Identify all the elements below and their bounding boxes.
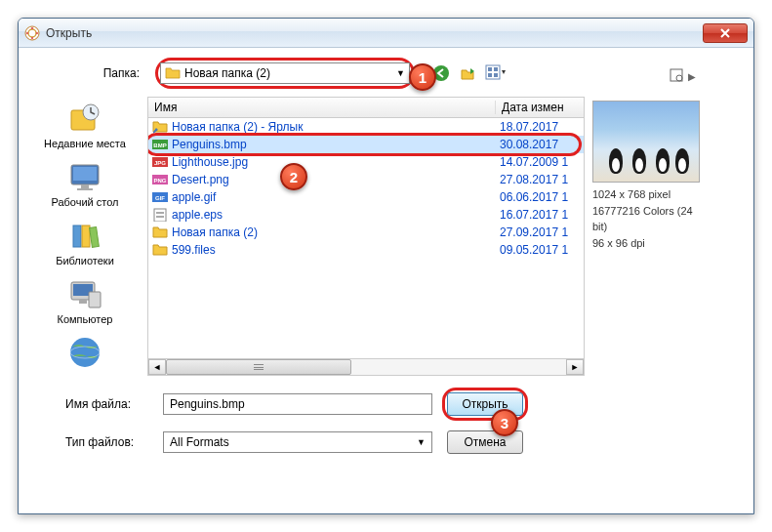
sidebar-desktop[interactable]: Рабочий стол (30, 155, 140, 212)
svg-rect-8 (488, 67, 492, 71)
svg-rect-36 (156, 212, 164, 214)
view-menu-icon[interactable] (485, 62, 507, 84)
filename-label: Имя файла: (65, 397, 153, 411)
preview-image (592, 101, 700, 183)
sidebar-network[interactable] (30, 331, 140, 376)
file-row[interactable]: 599.files 09.05.2017 1 (148, 241, 584, 259)
file-list: Имя Дата измен Новая папка (2) - Ярлык 1… (147, 97, 585, 376)
filetype-select[interactable]: All Formats ▼ (163, 431, 432, 453)
file-row[interactable]: JPGLighthouse.jpg 14.07.2009 1 (148, 153, 584, 171)
folder-combo-text: Новая папка (2) (184, 66, 396, 80)
svg-text:JPG: JPG (154, 160, 166, 166)
file-row[interactable]: apple.eps 16.07.2017 1 (148, 206, 584, 224)
scroll-left-icon[interactable]: ◄ (148, 359, 166, 375)
list-header: Имя Дата измен (147, 97, 585, 118)
svg-text:GIF: GIF (155, 195, 165, 201)
svg-rect-9 (494, 67, 498, 71)
svg-rect-11 (494, 73, 498, 77)
sidebar-recent[interactable]: Недавние места (30, 97, 140, 153)
file-row-selected[interactable]: BMPPenguins.bmp 30.08.2017 (148, 136, 584, 153)
callout-badge-1: 1 (409, 63, 436, 91)
places-sidebar: Недавние места Рабочий стол Библиотеки К… (30, 97, 140, 376)
svg-rect-17 (77, 188, 93, 190)
folder-icon (152, 243, 168, 257)
folder-combo-highlight: Новая папка (2) ▼ (155, 58, 415, 89)
preview-next-icon[interactable]: ▶ (688, 71, 696, 82)
svg-text:PNG: PNG (153, 178, 166, 184)
svg-point-4 (31, 37, 33, 39)
cancel-button[interactable]: Отмена (447, 430, 523, 454)
folder-icon (165, 66, 181, 80)
svg-point-2 (31, 27, 33, 29)
svg-rect-24 (89, 292, 101, 307)
scroll-right-icon[interactable]: ► (566, 359, 584, 375)
horizontal-scrollbar[interactable]: ◄ ► (147, 358, 585, 376)
svg-rect-18 (73, 225, 81, 247)
svg-rect-35 (154, 209, 166, 222)
file-row[interactable]: PNGDesert.png 27.08.2017 1 (148, 171, 584, 188)
preview-pane: ▶ 1024 x 768 pixel 16777216 Colors (24 b… (592, 97, 700, 376)
gif-icon: GIF (152, 190, 168, 204)
shortcut-icon (152, 120, 168, 134)
svg-point-3 (36, 32, 38, 34)
file-row[interactable]: Новая папка (2) 27.09.2017 1 (148, 224, 584, 241)
svg-rect-19 (82, 225, 90, 247)
sidebar-libraries-label: Библиотеки (56, 255, 114, 266)
network-icon (67, 335, 102, 370)
chevron-down-icon: ▼ (396, 68, 405, 78)
svg-rect-10 (488, 73, 492, 77)
sidebar-computer[interactable]: Компьютер (30, 272, 140, 329)
scroll-thumb[interactable] (166, 359, 351, 375)
col-date-header[interactable]: Дата измен (496, 101, 584, 114)
bottom-form: Имя файла: Открыть Тип файлов: All Forma… (30, 388, 742, 456)
file-row[interactable]: Новая папка (2) - Ярлык 18.07.2017 (148, 118, 584, 136)
png-icon: PNG (152, 173, 168, 186)
svg-rect-16 (81, 184, 89, 188)
file-row[interactable]: GIFapple.gif 06.06.2017 1 (148, 188, 584, 206)
svg-rect-20 (90, 227, 100, 248)
filetype-label: Тип файлов: (65, 435, 153, 449)
scroll-track[interactable] (166, 359, 566, 375)
col-name-header[interactable]: Имя (148, 101, 496, 114)
dialog-content: Папка: Новая папка (2) ▼ (19, 48, 753, 513)
close-button[interactable] (703, 23, 748, 43)
filetype-value: All Formats (170, 435, 229, 449)
callout-badge-2: 2 (280, 163, 307, 190)
recent-places-icon (67, 101, 102, 136)
bmp-icon: BMP (152, 138, 168, 151)
filetype-row: Тип файлов: All Formats ▼ Отмена (30, 429, 742, 456)
jpg-icon: JPG (152, 155, 168, 169)
computer-icon (67, 276, 102, 311)
up-icon[interactable] (458, 62, 479, 84)
folder-icon (152, 225, 168, 239)
titlebar: Открыть (19, 19, 753, 48)
preview-toggle-icon[interactable] (669, 67, 684, 86)
folder-label: Папка: (30, 66, 147, 80)
filename-input[interactable] (163, 393, 432, 415)
svg-text:BMP: BMP (153, 143, 166, 148)
nav-toolbar (430, 62, 507, 84)
svg-rect-23 (79, 300, 87, 304)
open-dialog: Открыть Папка: Новая папка (2) ▼ (18, 18, 754, 514)
svg-point-39 (676, 75, 682, 81)
list-body[interactable]: Новая папка (2) - Ярлык 18.07.2017 BMPPe… (147, 118, 585, 358)
folder-combo[interactable]: Новая папка (2) ▼ (160, 62, 410, 84)
sidebar-libraries[interactable]: Библиотеки (30, 214, 140, 270)
sidebar-computer-label: Компьютер (58, 313, 113, 325)
chevron-down-icon: ▼ (417, 437, 426, 447)
window-title: Открыть (46, 26, 703, 40)
svg-point-5 (26, 32, 28, 34)
main-area: Недавние места Рабочий стол Библиотеки К… (30, 97, 742, 376)
preview-toolbar: ▶ (592, 67, 700, 85)
sidebar-recent-label: Недавние места (44, 138, 126, 149)
callout-badge-3: 3 (491, 409, 518, 436)
svg-rect-15 (73, 167, 97, 181)
desktop-icon (67, 159, 102, 194)
svg-point-25 (70, 338, 100, 367)
filename-row: Имя файла: Открыть (30, 388, 742, 421)
preview-info: 1024 x 768 pixel 16777216 Colors (24 bit… (592, 186, 700, 251)
svg-rect-37 (156, 216, 164, 218)
preview-dpi: 96 x 96 dpi (592, 235, 700, 252)
eps-icon (152, 208, 168, 222)
libraries-icon (67, 218, 102, 253)
